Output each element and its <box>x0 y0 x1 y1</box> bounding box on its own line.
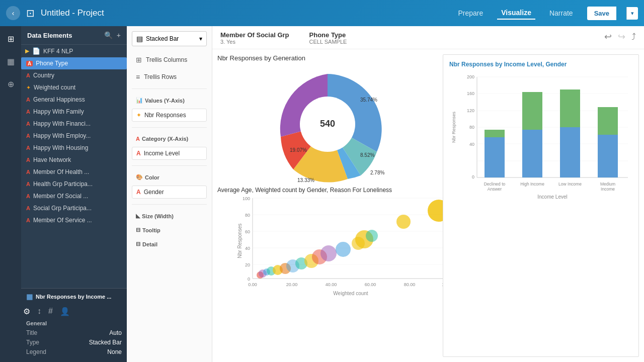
bottom-tab-layout[interactable]: ↕ <box>37 307 41 316</box>
app-title: Untitled - Project <box>41 8 448 18</box>
svg-text:80.00: 80.00 <box>404 282 416 287</box>
tree-item-social-grp[interactable]: A Social Grp Participa... <box>21 202 127 214</box>
tree-item-phone-type[interactable]: A Phone Type <box>21 57 127 69</box>
prop-legend: Legend None <box>26 348 122 355</box>
bubble-15 <box>366 230 378 242</box>
section-color: 🎨 Color <box>132 170 207 182</box>
navbar: ‹ ⊡ Untitled - Project Prepare Visualize… <box>0 0 644 26</box>
svg-text:80: 80 <box>469 125 474 130</box>
undo-icon[interactable]: ↩ <box>604 31 612 42</box>
bubble-12 <box>336 242 351 257</box>
filter-phone-type-name: Phone Type <box>309 31 347 39</box>
filter-social-grp: Member Of Social Grp 3. Yes <box>220 31 289 45</box>
star-icon: ✦ <box>26 84 31 91</box>
back-button[interactable]: ‹ <box>6 6 20 20</box>
a-icon: A <box>26 133 30 139</box>
svg-text:80: 80 <box>245 213 250 218</box>
pie-label-6: 2.78% <box>370 170 384 175</box>
svg-text:120: 120 <box>467 108 474 113</box>
section-detail: ⊟ Detail <box>132 237 207 249</box>
svg-text:0: 0 <box>472 174 474 179</box>
tree-item-health-grp[interactable]: A Health Grp Participa... <box>21 178 127 190</box>
tree-item-happy-financi[interactable]: A Happy With Financi... <box>21 118 127 130</box>
share-icon[interactable]: ⤴ <box>631 32 636 42</box>
bottom-tab-data[interactable]: # <box>48 307 53 316</box>
save-button[interactable]: Save <box>587 7 616 20</box>
bubble-16 <box>396 215 411 229</box>
bottom-tab-user[interactable]: 👤 <box>60 307 70 316</box>
sidebar-title: Data Elements <box>27 32 72 39</box>
nav-narrate[interactable]: Narrate <box>545 7 577 19</box>
svg-text:60: 60 <box>245 229 250 234</box>
svg-text:200: 200 <box>467 74 474 79</box>
chart-type-dropdown-icon: ▤ <box>136 35 143 43</box>
svg-text:40: 40 <box>245 246 250 251</box>
tree-item-happy-family[interactable]: A Happy With Family <box>21 106 127 118</box>
bar-declined-green <box>485 130 505 137</box>
viz-toolbar: ↩ ↪ ⤴ <box>604 31 636 42</box>
a-icon: A <box>26 61 33 66</box>
tree-item-general-happiness[interactable]: A General Happiness <box>21 94 127 106</box>
prop-legend-value: None <box>107 348 122 355</box>
pie-label-3: 19.07% <box>290 147 307 153</box>
field-nbr-responses[interactable]: ✦ Nbr Responses <box>132 109 207 122</box>
redo-icon[interactable]: ↪ <box>618 31 625 42</box>
bubble-11 <box>320 245 337 261</box>
tree-item-weighted-count[interactable]: ✦ Weighted count <box>21 81 127 94</box>
chart-type-dropdown[interactable]: ▤ Stacked Bar ▾ <box>132 31 207 46</box>
prop-title-value: Auto <box>109 329 122 336</box>
nav-prepare[interactable]: Prepare <box>454 7 487 19</box>
chart-type-trellis-rows[interactable]: ≡ Trellis Rows <box>132 69 207 84</box>
add-icon[interactable]: + <box>117 31 121 39</box>
svg-text:Answer: Answer <box>488 187 502 192</box>
data-elements-icon[interactable]: ⊞ <box>6 32 16 46</box>
bottom-chart-icon: ▦ <box>26 293 33 301</box>
divider-4 <box>132 204 207 205</box>
bar-high-green <box>522 92 542 130</box>
chart-type-trellis-columns[interactable]: ⊞ Trellis Columns <box>132 52 207 67</box>
bar-low-green <box>560 89 580 127</box>
svg-text:Income: Income <box>601 187 615 192</box>
sidebar-icon-bar: ⊞ ▦ ⊕ <box>0 26 21 362</box>
svg-text:40.00: 40.00 <box>326 282 337 287</box>
svg-text:160: 160 <box>467 91 474 96</box>
divider-1 <box>132 88 207 89</box>
values-yaxis-icon: 📊 <box>136 97 143 104</box>
field-income-level[interactable]: A Income Level <box>132 147 207 160</box>
a-field-icon: A <box>136 150 141 157</box>
pie-chart-svg: 540 35.74% 8.52% 19.07% 13.33% 20.56% 2.… <box>262 64 393 185</box>
svg-text:High Income: High Income <box>520 182 544 187</box>
tree-item-member-social[interactable]: A Member Of Social ... <box>21 190 127 202</box>
bottom-tab-settings[interactable]: ⚙ <box>23 307 30 316</box>
field-gender[interactable]: A Gender <box>132 186 207 199</box>
svg-text:Low Income: Low Income <box>558 182 582 187</box>
tree-item-member-health[interactable]: A Member Of Health ... <box>21 166 127 178</box>
chart-icon[interactable]: ▦ <box>5 55 17 68</box>
bottom-chart-title: Nbr Responses by Income ... <box>36 294 111 300</box>
tree-item-have-network[interactable]: A Have Network <box>21 154 127 166</box>
tooltip-icon: ⊟ <box>136 227 140 233</box>
tree-item-country[interactable]: A Country <box>21 69 127 81</box>
tree-item-member-service[interactable]: A Member Of Service ... <box>21 214 127 226</box>
tree-item-happy-housing[interactable]: A Happy With Housing <box>21 142 127 154</box>
dropdown-arrow-icon: ▾ <box>199 35 202 42</box>
tree-item-happy-employ[interactable]: A Happy With Employ... <box>21 130 127 142</box>
svg-text:Declined to: Declined to <box>484 182 506 187</box>
save-dropdown-button[interactable]: ▾ <box>626 7 638 20</box>
a-gender-icon: A <box>136 189 141 196</box>
nav-visualize[interactable]: Visualize <box>497 7 535 20</box>
a-icon: A <box>26 181 30 187</box>
main-area: ⊞ ▦ ⊕ Data Elements 🔍 + ▶ 📄 KFF 4 NLP A … <box>0 26 644 362</box>
prop-title: Title Auto <box>26 329 122 336</box>
a-icon: A <box>26 109 30 115</box>
section-values-yaxis: 📊 Values (Y-Axis) <box>132 93 207 105</box>
prop-type: Type Stacked Bar <box>26 339 122 346</box>
settings-icon[interactable]: ⊕ <box>6 77 16 91</box>
search-icon[interactable]: 🔍 <box>104 31 113 39</box>
prop-type-value: Stacked Bar <box>89 339 122 346</box>
prop-legend-label: Legend <box>26 348 46 355</box>
sidebar-header: Data Elements 🔍 + <box>21 26 127 45</box>
tree-folder-kff[interactable]: ▶ 📄 KFF 4 NLP <box>21 45 127 57</box>
svg-text:Medium: Medium <box>600 182 615 187</box>
logo-icon: ⊡ <box>26 7 35 19</box>
